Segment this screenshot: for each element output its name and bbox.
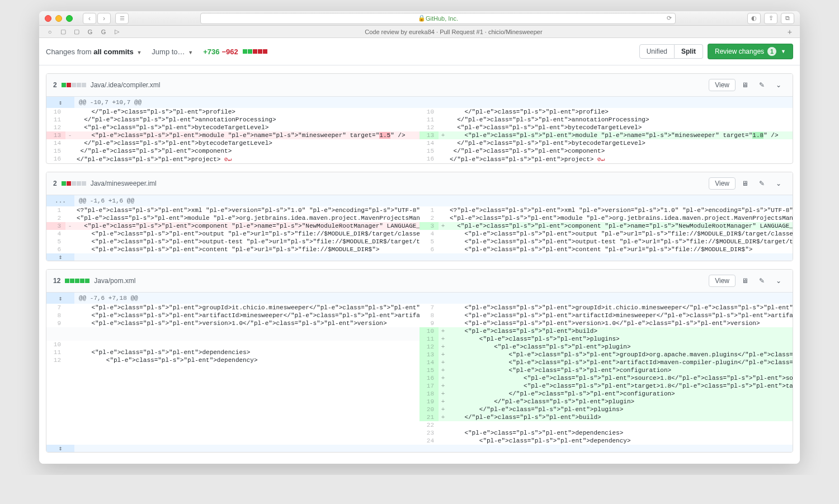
hunk-expand-button[interactable]: ⇕ [46,293,74,304]
collapse-icon[interactable]: ⌄ [771,274,786,288]
diff-line[interactable]: 7 <"pl-e">class="pl-s">"pl-ent">groupId>… [420,304,793,312]
diff-line[interactable]: 2 <"pl-e">class="pl-s">"pl-ent">module "… [46,214,420,222]
line-number: 15 [420,366,439,374]
fav-item-3-icon[interactable]: ▢ [70,27,83,36]
edit-icon[interactable]: ✎ [755,177,769,190]
diff-line[interactable]: 13 + <"pl-e">class="pl-s">"pl-ent">group… [420,351,793,359]
line-code: </"pl-e">class="pl-s">"pl-ent">component… [74,147,420,155]
diff-line[interactable]: 9 <"pl-e">class="pl-s">"pl-ent">version>… [46,319,420,327]
diff-line[interactable]: 12 <"pl-e">class="pl-s">"pl-ent">bytecod… [420,124,793,131]
new-tab-button[interactable]: + [784,27,795,36]
address-bar[interactable]: 🔒 GitHub, Inc. ⟳ [200,13,676,24]
collapse-icon[interactable]: ⌄ [771,78,786,92]
diff-line[interactable]: 10 [46,341,420,348]
edit-icon[interactable]: ✎ [755,274,769,288]
file-path[interactable]: Java/pom.xml [94,277,135,285]
back-button[interactable]: ‹ [83,13,96,24]
file-path[interactable]: Java/.idea/compiler.xml [91,81,161,89]
maximize-window-icon[interactable] [66,15,73,22]
diff-line[interactable]: 15 + <"pl-e">class="pl-s">"pl-ent">confi… [420,366,793,374]
jump-to-dropdown[interactable]: Jump to… ▼ [152,48,193,56]
diff-line[interactable]: 24 <"pl-e">class="pl-s">"pl-ent">depende… [420,437,793,445]
reload-icon[interactable]: ⟳ [667,15,672,22]
diff-line[interactable]: 12 + <"pl-e">class="pl-s">"pl-ent">plugi… [420,343,793,351]
file-block: 12 Java/pom.xml View 🖥 ✎ ⌄ ⇕ @@ -7,6 +7,… [46,269,793,453]
diff-line[interactable]: 1 <?"pl-e">class="pl-s">"pl-ent">xml "pl… [46,206,420,214]
sidebar-button[interactable]: ☰ [115,13,129,24]
split-button[interactable]: Split [675,44,703,59]
fav-item-2-icon[interactable]: ▢ [57,27,69,36]
diff-line[interactable]: 10 </"pl-e">class="pl-s">"pl-ent">profil… [46,108,420,116]
diff-line[interactable]: 11 + <"pl-e">class="pl-s">"pl-ent">plugi… [420,335,793,343]
fav-bing-icon[interactable]: ▷ [111,27,123,36]
diff-line[interactable]: 19 + </"pl-e">class="pl-s">"pl-ent">plug… [420,398,793,406]
review-changes-button[interactable]: Review changes 1 ▼ [708,44,793,59]
minimize-window-icon[interactable] [55,15,62,22]
diff-line[interactable]: 20 + </"pl-e">class="pl-s">"pl-ent">plug… [420,406,793,413]
desktop-icon[interactable]: 🖥 [738,177,752,190]
diff-line[interactable]: 4 <"pl-e">class="pl-s">"pl-ent">output "… [46,230,420,238]
hunk-expand-button[interactable]: ⇕ [46,445,74,452]
hunk-expand-button[interactable]: ... [46,195,74,206]
collapse-icon[interactable]: ⌄ [771,177,786,190]
diff-line[interactable]: 16 </"pl-e">class="pl-s">"pl-ent">projec… [46,155,420,163]
file-path[interactable]: Java/minesweeper.iml [91,180,157,187]
diff-line[interactable]: 12 <"pl-e">class="pl-s">"pl-ent">depende… [46,356,420,364]
diff-line[interactable]: 13 + <"pl-e">class="pl-s">"pl-ent">modul… [420,131,793,139]
diff-line[interactable]: 15 </"pl-e">class="pl-s">"pl-ent">compon… [420,147,793,155]
diff-line[interactable]: 3 - <"pl-e">class="pl-s">"pl-ent">compon… [46,222,420,230]
line-sign [439,155,447,163]
diff-line[interactable]: 9 <"pl-e">class="pl-s">"pl-ent">version>… [420,319,793,327]
diff-line[interactable]: 21 + </"pl-e">class="pl-s">"pl-ent">buil… [420,413,793,421]
diff-line[interactable]: 17 + <"pl-e">class="pl-s">"pl-ent">targe… [420,382,793,390]
desktop-icon[interactable]: 🖥 [738,78,752,92]
forward-button[interactable]: › [97,13,111,24]
diff-line[interactable]: 4 <"pl-e">class="pl-s">"pl-ent">output "… [420,230,793,238]
desktop-icon[interactable]: 🖥 [738,274,752,288]
line-number: 10 [420,327,439,335]
diff-line[interactable]: 11 </"pl-e">class="pl-s">"pl-ent">annota… [46,116,420,124]
diff-line[interactable]: 23 <"pl-e">class="pl-s">"pl-ent">depende… [420,429,793,437]
diff-line[interactable]: 1 <?"pl-e">class="pl-s">"pl-ent">xml "pl… [420,206,793,214]
diff-line[interactable]: 14 </"pl-e">class="pl-s">"pl-ent">byteco… [420,139,793,147]
hunk-expand-button[interactable]: ⇕ [46,97,74,108]
diff-line[interactable]: 14 </"pl-e">class="pl-s">"pl-ent">byteco… [46,139,420,147]
diff-line[interactable]: 12 <"pl-e">class="pl-s">"pl-ent">bytecod… [46,124,420,131]
view-file-button[interactable]: View [709,275,736,287]
view-file-button[interactable]: View [709,79,736,91]
diff-line[interactable]: 22 [420,421,793,429]
diff-line[interactable]: 7 <"pl-e">class="pl-s">"pl-ent">groupId>… [46,304,420,312]
fav-github-icon[interactable]: ○ [44,27,56,36]
diff-line[interactable]: 8 <"pl-e">class="pl-s">"pl-ent">artifact… [46,312,420,319]
diff-line[interactable]: 16 + <"pl-e">class="pl-s">"pl-ent">sourc… [420,374,793,382]
diff-line[interactable]: 6 <"pl-e">class="pl-s">"pl-ent">content … [420,246,793,253]
diff-line[interactable]: 16 </"pl-e">class="pl-s">"pl-ent">projec… [420,155,793,163]
diff-line[interactable]: 15 </"pl-e">class="pl-s">"pl-ent">compon… [46,147,420,155]
view-file-button[interactable]: View [709,177,736,190]
diff-line[interactable]: 11 </"pl-e">class="pl-s">"pl-ent">annota… [420,116,793,124]
shield-icon[interactable]: ◐ [747,13,761,24]
unified-button[interactable]: Unified [639,44,675,59]
diff-line[interactable]: 13 - <"pl-e">class="pl-s">"pl-ent">modul… [46,131,420,139]
share-icon[interactable]: ⇪ [764,13,777,24]
diff-line[interactable]: 8 <"pl-e">class="pl-s">"pl-ent">artifact… [420,312,793,319]
hunk-expand-button[interactable]: ⇕ [46,253,74,261]
diff-line[interactable]: 18 + </"pl-e">class="pl-s">"pl-ent">conf… [420,390,793,398]
diff-line[interactable]: 14 + <"pl-e">class="pl-s">"pl-ent">artif… [420,359,793,366]
fav-google2-icon[interactable]: G [97,27,110,36]
diff-line[interactable]: 5 <"pl-e">class="pl-s">"pl-ent">output-t… [420,238,793,246]
diff-line[interactable]: 10 </"pl-e">class="pl-s">"pl-ent">profil… [420,108,793,116]
changes-from-dropdown[interactable]: Changes from all commits ▼ [46,48,142,56]
diff-line[interactable]: 2 <"pl-e">class="pl-s">"pl-ent">module "… [420,214,793,222]
diff-line[interactable]: 3 + <"pl-e">class="pl-s">"pl-ent">compon… [420,222,793,230]
fav-google-icon[interactable]: G [84,27,96,36]
diff-line[interactable]: 11 <"pl-e">class="pl-s">"pl-ent">depende… [46,348,420,356]
diff-line[interactable]: 6 <"pl-e">class="pl-s">"pl-ent">content … [46,246,420,253]
edit-icon[interactable]: ✎ [755,78,769,92]
diff-line[interactable]: 5 <"pl-e">class="pl-s">"pl-ent">output-t… [46,238,420,246]
diff-line[interactable]: 10 + <"pl-e">class="pl-s">"pl-ent">build… [420,327,793,335]
tabs-icon[interactable]: ⧉ [781,13,794,24]
line-sign [439,238,447,246]
close-window-icon[interactable] [45,15,51,22]
line-code: <"pl-e">class="pl-s">"pl-ent">artifactId… [447,312,793,319]
